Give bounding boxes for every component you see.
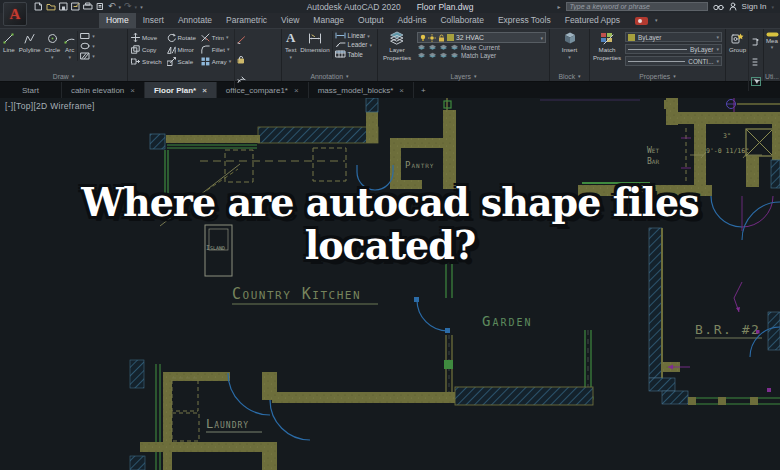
redo-button[interactable]: ↷ <box>124 2 132 11</box>
rectangle-tool[interactable]: ▾ <box>80 32 95 40</box>
autocad-logo-icon: A <box>10 6 21 23</box>
redo-caret-icon[interactable]: ▾ <box>135 4 138 10</box>
undo-button[interactable]: ↶ <box>108 2 116 11</box>
new-drawing-tab-button[interactable]: + <box>414 82 433 98</box>
scale-tool[interactable]: Scale <box>167 57 196 66</box>
match-layer-button[interactable]: Match Layer <box>461 52 496 59</box>
qat-customize-icon[interactable]: ▾ <box>140 4 143 10</box>
rotate-tool[interactable]: Rotate <box>167 33 196 42</box>
tab-collaborate[interactable]: Collaborate <box>433 13 490 28</box>
hatch-tool[interactable]: ▾ <box>80 52 95 60</box>
draw-panel-label[interactable]: Draw▾ <box>0 71 127 81</box>
insert-block-icon <box>562 31 578 45</box>
layers-panel-label[interactable]: Layers▾ <box>378 71 549 81</box>
plot-icon[interactable] <box>83 2 93 11</box>
file-tab-mass-model-blocks[interactable]: mass_model_blocks*× <box>309 82 414 98</box>
open-file-icon[interactable] <box>46 2 56 11</box>
tab-annotate[interactable]: Annotate <box>171 13 219 28</box>
search-input[interactable] <box>566 2 708 11</box>
text-icon: A <box>286 31 295 45</box>
svg-text:Country Kitchen: Country Kitchen <box>232 285 361 303</box>
lineweight-dropdown[interactable]: ByLayer▾ <box>625 44 722 54</box>
fillet-tool[interactable]: Fillet▾ <box>201 45 231 54</box>
stretch-tool[interactable]: Stretch <box>131 57 162 66</box>
tab-express-tools[interactable]: Express Tools <box>491 13 558 28</box>
ungroup-tool[interactable] <box>751 32 761 50</box>
table-tool[interactable]: Table <box>335 50 372 58</box>
text-tool[interactable]: AText▾ <box>283 31 298 60</box>
group-selection-toggle[interactable] <box>751 72 761 90</box>
polyline-tool[interactable]: Polyline <box>17 31 43 53</box>
save-as-icon[interactable] <box>71 2 80 11</box>
layer-tool-icon <box>450 52 459 59</box>
tab-view[interactable]: View <box>274 13 306 28</box>
arc-tool[interactable]: Arc▾ <box>62 31 77 60</box>
move-tool[interactable]: Move <box>131 33 162 42</box>
annotation-panel-label[interactable]: Annotation▾ <box>282 71 377 81</box>
utilities-panel-label-clipped[interactable]: Uti... <box>764 71 780 81</box>
leader-tool[interactable]: Leader▾ <box>335 41 372 48</box>
copy-tool[interactable]: Copy <box>131 45 162 54</box>
ribbon-collapse-icon[interactable]: ▾ <box>648 13 665 28</box>
application-menu-button[interactable]: A <box>3 2 27 26</box>
trim-tool[interactable]: Trim▾ <box>201 33 231 42</box>
offset-tool[interactable] <box>237 70 246 88</box>
line-tool[interactable]: Line <box>1 31 17 53</box>
arc-caret-icon[interactable]: ▾ <box>68 54 71 60</box>
linear-dimension-tool[interactable]: Linear▾ <box>335 32 372 39</box>
erase-tool[interactable] <box>237 30 246 48</box>
group-edit-tool[interactable] <box>751 52 761 70</box>
measure-label-clipped[interactable]: Mea <box>766 37 778 44</box>
group-tool[interactable]: Group <box>727 31 748 53</box>
modify-extra-tools <box>234 29 248 89</box>
search-binoculars-icon[interactable] <box>713 3 724 11</box>
save-icon[interactable] <box>59 2 68 11</box>
layer-dropdown[interactable]: 32 HVAC ▾ <box>417 32 546 43</box>
search-expand-icon[interactable]: ▸ <box>558 3 561 10</box>
drawing-viewport[interactable]: [-][Top][2D Wireframe] <box>0 98 780 470</box>
close-tab-icon[interactable]: × <box>294 86 299 95</box>
make-current-button[interactable]: Make Current <box>461 44 500 51</box>
dimension-main: 9'-0 11/16" <box>706 147 749 155</box>
draw-extra-tools: ▾ ▾ ▾ <box>77 31 97 61</box>
undo-caret-icon[interactable]: ▾ <box>119 4 122 10</box>
tab-manage[interactable]: Manage <box>306 13 351 28</box>
viewport-controls[interactable]: [-][Top][2D Wireframe] <box>5 101 95 111</box>
array-tool[interactable]: Array▾ <box>201 57 231 66</box>
group-icon <box>731 31 745 45</box>
circle-caret-icon[interactable]: ▾ <box>51 54 54 60</box>
layer-properties-tool[interactable]: LayerProperties <box>379 31 415 61</box>
print-icon[interactable] <box>96 2 105 11</box>
properties-panel-label[interactable]: Properties▾ <box>590 71 725 81</box>
close-tab-icon[interactable]: × <box>399 86 404 95</box>
tab-featured-apps[interactable]: Featured Apps <box>558 13 627 28</box>
tab-home[interactable]: Home <box>99 13 136 28</box>
explode-tool[interactable] <box>237 50 246 68</box>
user-icon[interactable] <box>729 2 737 11</box>
layer-properties-icon <box>389 31 405 45</box>
titlebar-more-icon[interactable]: ▾ <box>771 4 774 10</box>
sign-in-button[interactable]: Sign In <box>742 2 767 11</box>
dimension-tool[interactable]: Dimension <box>298 31 331 53</box>
object-color-dropdown[interactable]: ByLayer▾ <box>625 32 722 42</box>
tab-insert[interactable]: Insert <box>136 13 171 28</box>
garden-area: Garden <box>272 245 593 405</box>
match-properties-tool[interactable]: MatchProperties <box>591 31 623 61</box>
linetype-dropdown[interactable]: CONTI...▾ <box>625 56 722 66</box>
arc-icon <box>64 31 75 45</box>
screencast-icon[interactable] <box>635 17 648 25</box>
titlebar-right: ▸ Sign In ▾ <box>558 2 780 11</box>
headline-line2: located? <box>20 223 761 266</box>
file-tab-start[interactable]: Start <box>0 82 62 98</box>
tab-add-ins[interactable]: Add-ins <box>391 13 434 28</box>
ellipse-tool[interactable]: ▾ <box>80 42 95 50</box>
mirror-tool[interactable]: Mirror <box>167 45 196 54</box>
tab-output[interactable]: Output <box>351 13 391 28</box>
new-file-icon[interactable] <box>34 2 43 11</box>
app-title: Autodesk AutoCAD 2020 <box>307 2 401 12</box>
tab-parametric[interactable]: Parametric <box>219 13 274 28</box>
insert-block-tool[interactable]: Insert▾ <box>560 31 580 60</box>
circle-tool[interactable]: Circle▾ <box>42 31 62 60</box>
block-panel-label[interactable]: Block▾ <box>550 71 589 81</box>
floor-plan-drawing: Island Pantry <box>0 98 780 470</box>
